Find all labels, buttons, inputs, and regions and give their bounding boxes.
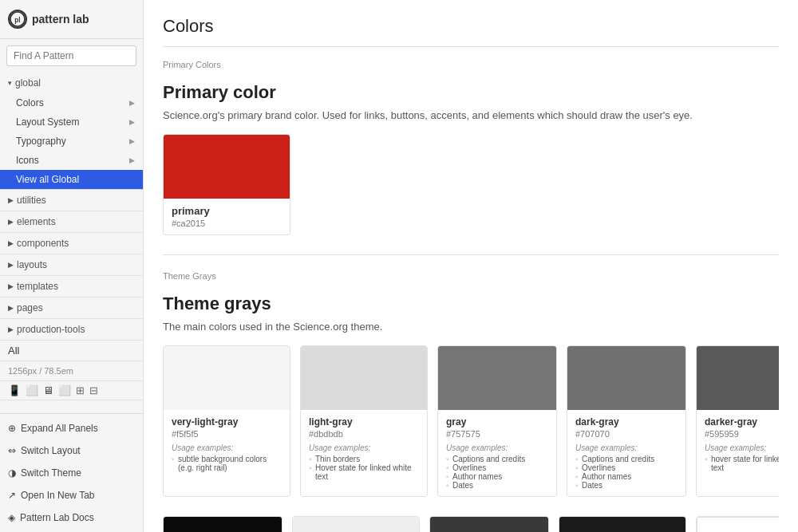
color-card: darker#1a1a1aUsage examples:background c… (559, 516, 686, 532)
switch-theme-button[interactable]: ◑ Switch Theme (0, 462, 143, 484)
usage-label: Usage examples: (575, 443, 678, 452)
nav-item-typography-label: Typography (16, 136, 66, 147)
nav-item-view-all-global-label: View all Global (16, 174, 79, 185)
expand-all-button[interactable]: ⊕ Expand All Panels (0, 417, 143, 439)
open-in-new-tab-button[interactable]: ↗ Open In New Tab (0, 484, 143, 506)
view-all-item[interactable]: All (0, 341, 143, 361)
nav-section-utilities: ▶ utilities (0, 190, 143, 211)
primary-color-hex: #ca2015 (172, 219, 282, 228)
usage-list: hover state for linked gray text (705, 455, 779, 472)
usage-item: Overlines (446, 463, 548, 472)
nav-group-components[interactable]: ▶ components (0, 233, 143, 254)
search-input[interactable] (6, 45, 136, 66)
primary-card-body: primary #ca2015 (164, 199, 290, 234)
usage-label: Usage examples: (705, 443, 779, 452)
expand-icon: ⊕ (8, 423, 16, 434)
app-name: pattern lab (32, 13, 89, 26)
nav-item-icons-arrow: ▶ (129, 156, 135, 164)
color-hex: #707070 (575, 429, 678, 439)
usage-item: subtle background colors (e.g. right rai… (172, 455, 282, 472)
color-card: darker-gray#595959Usage examples:hover s… (696, 345, 779, 497)
pattern-lab-docs-button[interactable]: ◈ Pattern Lab Docs (0, 506, 143, 529)
color-name: darker-gray (705, 416, 779, 428)
usage-list: Thin bordersHover state for linked white… (309, 455, 419, 481)
nav-section-global: ▾ global Colors ▶ Layout System ▶ Typogr… (0, 73, 143, 190)
view-all-label: All (8, 345, 19, 357)
switch-layout-label: Switch Layout (21, 445, 81, 456)
switch-theme-label: Switch Theme (21, 467, 81, 479)
utilities-arrow-icon: ▶ (8, 196, 14, 204)
nav-item-layout-label: Layout System (16, 116, 79, 128)
nav-group-production-tools[interactable]: ▶ production-tools (0, 319, 143, 340)
nav-group-elements-label: elements (17, 216, 56, 227)
color-name: gray (446, 416, 548, 428)
nav-group-elements[interactable]: ▶ elements (0, 211, 143, 232)
nav-group-templates[interactable]: ▶ templates (0, 276, 143, 297)
color-card: mute#eeeUsed for some disabled states. (292, 516, 420, 532)
color-swatch (164, 517, 282, 532)
usage-item: Captions and credits (575, 455, 678, 463)
color-card: light-gray#dbdbdbUsage examples:Thin bor… (300, 345, 428, 497)
primary-color-name: primary (172, 205, 282, 217)
nav-item-typography-arrow: ▶ (129, 137, 135, 145)
expand-all-label: Expand All Panels (21, 423, 98, 434)
usage-list: Captions and creditsOverlinesAuthor name… (575, 455, 678, 490)
card-body: dark-gray#707070Usage examples:Captions … (567, 410, 685, 496)
usage-item: Overlines (575, 463, 678, 472)
usage-label: Usage examples: (309, 443, 419, 452)
usage-item: hover state for linked gray text (705, 455, 779, 472)
elements-arrow-icon: ▶ (8, 218, 14, 226)
grays-desc: The main colors used in the Science.org … (163, 321, 779, 333)
nav-section-layouts: ▶ layouts (0, 254, 143, 276)
nav-item-layout-system[interactable]: Layout System ▶ (0, 112, 143, 132)
nav-item-view-all-global[interactable]: View all Global (0, 170, 143, 189)
wide-icon[interactable]: ⬜ (58, 384, 71, 396)
usage-label: Usage examples: (446, 443, 548, 452)
mobile-icon[interactable]: 📱 (8, 384, 21, 396)
color-swatch (164, 346, 290, 410)
color-name: dark-gray (575, 416, 678, 428)
global-arrow-icon: ▾ (8, 79, 12, 87)
search-box (6, 45, 136, 66)
nav-group-utilities[interactable]: ▶ utilities (0, 190, 143, 211)
nav-group-global-label: global (15, 77, 41, 89)
desktop-icon[interactable]: 🖥 (43, 384, 53, 396)
second-colors-row: black-gray#0b0b0bUsage examples:Used ver… (163, 516, 779, 532)
sidebar: pl pattern lab ▾ global Colors ▶ Layout … (0, 0, 144, 532)
color-swatch (697, 517, 779, 532)
color-swatch (697, 346, 779, 410)
nav-item-colors-label: Colors (16, 97, 44, 108)
switch-layout-button[interactable]: ⇔ Switch Layout (0, 439, 143, 462)
production-tools-arrow-icon: ▶ (8, 325, 14, 333)
color-hex: #f5f5f5 (172, 429, 282, 439)
color-swatch (438, 346, 556, 410)
color-hex: #dbdbdb (309, 429, 419, 439)
nav-group-global[interactable]: ▾ global (0, 73, 143, 93)
switch-layout-icon: ⇔ (8, 445, 16, 456)
usage-list: Captions and creditsOverlinesAuthor name… (446, 455, 548, 490)
nav-item-icons-label: Icons (16, 155, 39, 166)
components-arrow-icon: ▶ (8, 239, 14, 247)
nav-item-icons[interactable]: Icons ▶ (0, 151, 143, 170)
dimensions-info: 1256px / 78.5em (0, 361, 143, 381)
usage-item: Dates (575, 481, 678, 490)
color-card: dark-gray#707070Usage examples:Captions … (567, 345, 686, 497)
usage-label: Usage examples: (172, 443, 282, 452)
card-body: darker-gray#595959Usage examples:hover s… (697, 410, 779, 479)
grays-section-label: Theme Grays (163, 271, 779, 284)
nav-group-components-label: components (17, 238, 69, 249)
grays-heading: Theme grays (163, 294, 779, 314)
usage-item: Hover state for linked white text (309, 463, 419, 481)
grid-icon[interactable]: ⊞ (76, 384, 85, 396)
color-swatch (293, 517, 419, 532)
nav-item-colors[interactable]: Colors ▶ (0, 93, 143, 112)
custom-icon[interactable]: ⊟ (89, 384, 98, 396)
templates-arrow-icon: ▶ (8, 282, 14, 290)
tablet-icon[interactable]: ⬜ (26, 384, 38, 396)
primary-color-card: primary #ca2015 (163, 134, 290, 235)
color-card: dark-divider#393939 (429, 516, 549, 532)
nav-item-typography[interactable]: Typography ▶ (0, 132, 143, 151)
nav-group-pages[interactable]: ▶ pages (0, 298, 143, 318)
nav-group-layouts[interactable]: ▶ layouts (0, 254, 143, 275)
nav-group-templates-label: templates (17, 281, 58, 292)
